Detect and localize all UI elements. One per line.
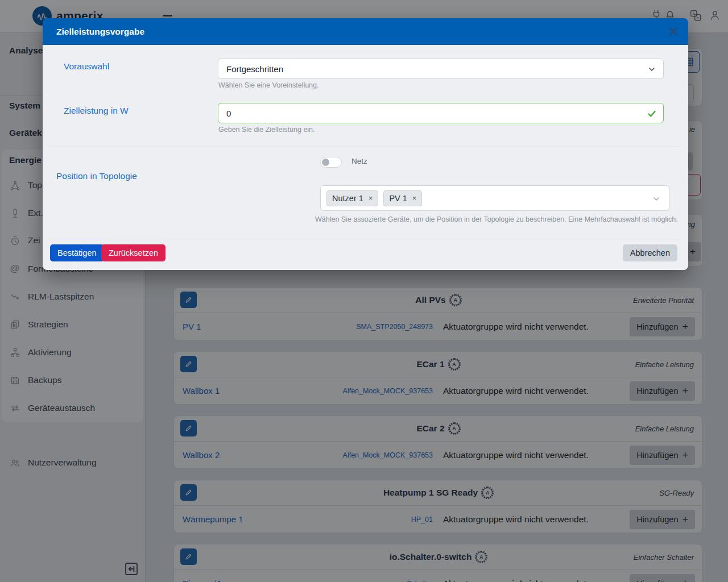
close-icon[interactable]	[667, 25, 680, 38]
selected-tag: PV 1 ×	[383, 190, 422, 206]
app-frame: amperix A a Analyse System Gerätek	[0, 0, 728, 582]
modal-divider	[49, 147, 681, 147]
modal-header: Zielleistungsvorgabe	[43, 18, 688, 45]
vorauswahl-label: Vorauswahl	[64, 61, 109, 72]
modal-title: Zielleistungsvorgabe	[56, 27, 144, 37]
modal-body: Vorauswahl Fortgeschritten Wählen Sie ei…	[43, 45, 688, 270]
valid-check-icon	[647, 109, 656, 118]
position-label: Position in Topologie	[56, 171, 137, 181]
remove-tag-icon[interactable]: ×	[369, 194, 373, 202]
selected-tag: Nutzer 1 ×	[326, 190, 378, 206]
vorauswahl-value: Fortgeschritten	[226, 64, 283, 74]
netz-toggle-label: Netz	[351, 157, 367, 165]
zielleistung-value: 0	[226, 109, 231, 118]
remove-tag-icon[interactable]: ×	[412, 194, 417, 202]
zielleistung-input[interactable]: 0	[218, 103, 664, 123]
zielleistung-help: Geben Sie die Zielleistung ein.	[218, 126, 315, 134]
zielleistungsvorgabe-modal: Zielleistungsvorgabe Vorauswahl Fortgesc…	[43, 18, 688, 270]
cancel-button[interactable]: Abbrechen	[623, 244, 677, 261]
vorauswahl-help: Wählen Sie eine Voreinstellung.	[218, 81, 319, 89]
toggle-knob	[322, 159, 329, 166]
reset-button[interactable]: Zurücksetzen	[101, 244, 166, 261]
netz-toggle[interactable]	[320, 157, 342, 168]
position-multiselect[interactable]: Nutzer 1 × PV 1 ×	[320, 185, 669, 211]
position-help: Wählen Sie assozierte Geräte, um die Pos…	[315, 215, 678, 223]
confirm-button[interactable]: Bestätigen	[50, 244, 104, 261]
vorauswahl-select[interactable]: Fortgeschritten	[218, 59, 664, 79]
chevron-down-icon	[652, 194, 661, 203]
modal-divider	[49, 239, 681, 239]
zielleistung-label: Zielleistung in W	[64, 106, 129, 116]
chevron-down-icon	[647, 65, 656, 74]
